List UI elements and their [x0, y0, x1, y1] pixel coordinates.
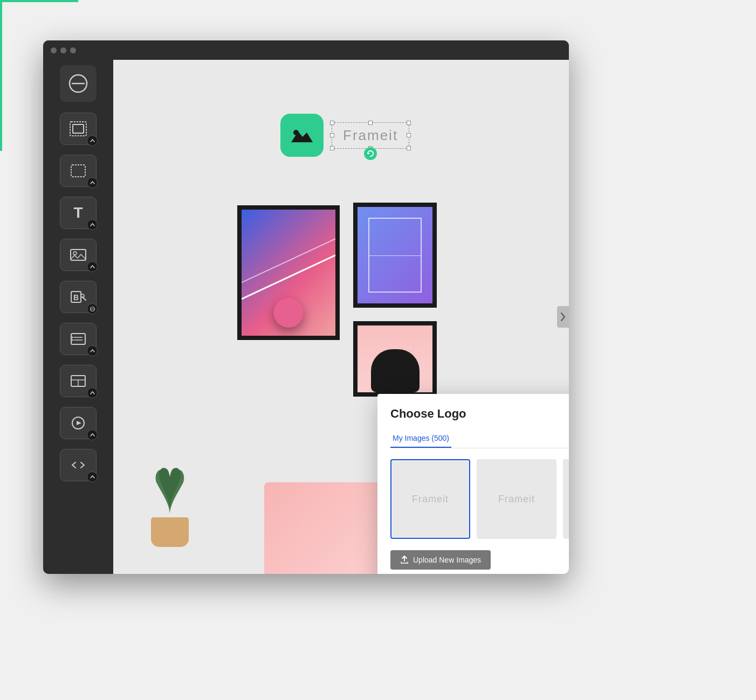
art-frame-dog: [353, 321, 437, 397]
handle-tr[interactable]: [407, 121, 411, 125]
image-thumb-2[interactable]: Frameit: [477, 459, 556, 539]
title-bar: [43, 40, 569, 60]
sidebar-item-list[interactable]: [57, 320, 100, 358]
handle-mr[interactable]: [407, 133, 411, 137]
plant-pot: [151, 517, 189, 547]
app-window: T: [43, 40, 569, 574]
logo-element[interactable]: Frameit: [280, 114, 409, 157]
handle-tm[interactable]: [368, 121, 373, 125]
pink-decoration-1: [264, 482, 383, 574]
image-thumb-2-label: Frameit: [498, 494, 535, 505]
dialog-footer: Upload New Images Cancel Upload: [390, 550, 569, 570]
svg-marker-21: [77, 421, 81, 425]
rotate-handle[interactable]: [364, 147, 377, 160]
sidebar-item-brand[interactable]: B: [57, 278, 100, 316]
logo-selection-box: Frameit: [332, 122, 409, 149]
canvas-right-chevron[interactable]: [557, 306, 569, 328]
upload-new-images-button[interactable]: Upload New Images: [390, 550, 491, 570]
canvas-area: Frameit: [113, 60, 569, 574]
upload-new-label: Upload New Images: [413, 556, 481, 564]
handle-br[interactable]: [407, 146, 411, 150]
sidebar-item-text[interactable]: T: [57, 193, 100, 232]
text-icon: T: [73, 204, 83, 221]
svg-point-6: [73, 252, 77, 255]
handle-bl[interactable]: [330, 146, 334, 150]
basketball-line-1: [237, 248, 340, 302]
handle-ml[interactable]: [330, 133, 334, 137]
dialog-tabs: My Images (500): [390, 429, 569, 448]
tab-my-images[interactable]: My Images (500): [390, 429, 451, 448]
image-thumb-3[interactable]: F: [563, 459, 569, 539]
svg-rect-4: [71, 165, 85, 177]
dialog-title: Choose Logo: [390, 407, 569, 421]
tennis-net: [369, 255, 421, 256]
list-tool-badge: [87, 345, 98, 356]
image-thumb-1-label: Frameit: [412, 494, 449, 505]
frame-tool-badge: [87, 135, 98, 146]
code-tool-badge: [87, 472, 98, 482]
image-tool-badge: [87, 261, 98, 272]
app-body: T: [43, 60, 569, 574]
tennis-court: [368, 218, 422, 293]
svg-text:B: B: [73, 293, 79, 302]
image-grid: Frameit Frameit F F: [390, 459, 569, 539]
logo-text: Frameit: [343, 127, 398, 143]
text-tool-badge: [87, 219, 98, 230]
art-frame-basketball: [237, 205, 340, 340]
sidebar-item-image[interactable]: [57, 235, 100, 274]
svg-rect-5: [71, 249, 86, 260]
sidebar-item-select[interactable]: [57, 151, 100, 190]
svg-point-15: [72, 337, 73, 338]
sidebar-item-code[interactable]: [57, 446, 100, 484]
svg-point-22: [293, 130, 299, 135]
svg-marker-23: [368, 152, 370, 154]
green-corner-accent: [0, 0, 78, 151]
sidebar-item-video[interactable]: [57, 404, 100, 442]
brand-badge: [87, 303, 98, 314]
svg-rect-12: [71, 334, 85, 344]
video-tool-badge: [87, 429, 98, 440]
handle-tl[interactable]: [330, 121, 334, 125]
logo-icon-box: [280, 114, 324, 157]
select-tool-badge: [87, 177, 98, 188]
sidebar-item-layout[interactable]: [57, 362, 100, 400]
choose-logo-dialog: Choose Logo My Images (500) Frameit Fram…: [377, 394, 569, 574]
dog-silhouette: [371, 349, 420, 392]
layout-tool-badge: [87, 387, 98, 398]
decorative-plant: [146, 461, 194, 547]
svg-point-16: [72, 339, 73, 341]
art-frame-tennis: [353, 203, 437, 308]
upload-icon: [400, 556, 409, 564]
image-thumb-1[interactable]: Frameit: [390, 459, 470, 539]
